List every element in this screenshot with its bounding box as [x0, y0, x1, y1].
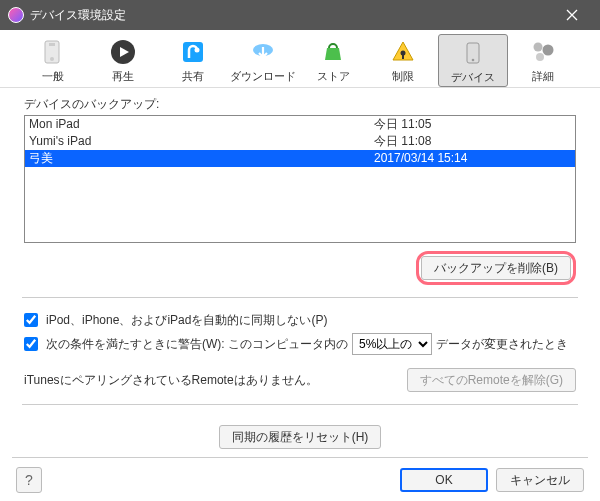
- window-title: デバイス環境設定: [30, 7, 552, 24]
- svg-rect-1: [49, 43, 55, 46]
- tab-general[interactable]: 一般: [18, 34, 88, 87]
- svg-point-6: [195, 48, 200, 53]
- separator: [22, 404, 578, 405]
- delete-backup-button[interactable]: バックアップを削除(B): [421, 256, 571, 280]
- delete-backup-highlight: バックアップを削除(B): [416, 251, 576, 285]
- footer-separator: [12, 457, 588, 458]
- svg-point-13: [534, 43, 543, 52]
- play-icon: [107, 36, 139, 68]
- remote-status-text: iTunesにペアリングされているRemoteはありません。: [24, 372, 318, 389]
- prevent-sync-row: iPod、iPhone、およびiPadを自動的に同期しない(P): [24, 308, 576, 332]
- backups-header: デバイスのバックアップ:: [24, 96, 576, 113]
- itunes-icon: [8, 7, 24, 23]
- warn-prefix-label: 次の条件を満たすときに警告(W): このコンピュータ内の: [46, 336, 348, 353]
- svg-point-14: [543, 45, 554, 56]
- tab-advanced[interactable]: 詳細: [508, 34, 578, 87]
- tab-sharing[interactable]: 共有: [158, 34, 228, 87]
- download-icon: [247, 36, 279, 68]
- svg-point-15: [536, 53, 544, 61]
- prevent-sync-label: iPod、iPhone、およびiPadを自動的に同期しない(P): [46, 312, 327, 329]
- titlebar: デバイス環境設定: [0, 0, 600, 30]
- store-icon: [317, 36, 349, 68]
- list-item[interactable]: Mon iPad 今日 11:05: [25, 116, 575, 133]
- svg-point-2: [50, 57, 54, 61]
- share-icon: [177, 36, 209, 68]
- list-item[interactable]: Yumi's iPad 今日 11:08: [25, 133, 575, 150]
- svg-point-12: [472, 59, 475, 62]
- warn-row: 次の条件を満たすときに警告(W): このコンピュータ内の 5%以上の データが変…: [24, 332, 576, 356]
- warn-suffix-label: データが変更されたとき: [436, 336, 568, 353]
- list-item[interactable]: 弓美 2017/03/14 15:14: [25, 150, 575, 167]
- tab-playback[interactable]: 再生: [88, 34, 158, 87]
- close-button[interactable]: [552, 0, 592, 30]
- tab-devices[interactable]: デバイス: [438, 34, 508, 87]
- warn-threshold-select[interactable]: 5%以上の: [352, 333, 432, 355]
- svg-rect-10: [402, 55, 404, 59]
- backups-list[interactable]: Mon iPad 今日 11:05 Yumi's iPad 今日 11:08 弓…: [24, 115, 576, 243]
- reset-sync-history-button[interactable]: 同期の履歴をリセット(H): [219, 425, 382, 449]
- svg-point-9: [401, 51, 406, 56]
- unpair-remotes-button: すべてのRemoteを解除(G): [407, 368, 576, 392]
- cancel-button[interactable]: キャンセル: [496, 468, 584, 492]
- tab-downloads[interactable]: ダウンロード: [228, 34, 298, 87]
- devices-icon: [457, 37, 489, 69]
- ok-button[interactable]: OK: [400, 468, 488, 492]
- prevent-sync-checkbox[interactable]: [24, 313, 38, 327]
- restrictions-icon: [387, 36, 419, 68]
- dialog-footer: ? OK キャンセル: [0, 467, 600, 493]
- warn-checkbox[interactable]: [24, 337, 38, 351]
- advanced-icon: [527, 36, 559, 68]
- tab-store[interactable]: ストア: [298, 34, 368, 87]
- preferences-toolbar: 一般 再生 共有 ダウンロード ストア 制限 デバイス: [0, 30, 600, 88]
- tab-restrictions[interactable]: 制限: [368, 34, 438, 87]
- help-button[interactable]: ?: [16, 467, 42, 493]
- separator: [22, 297, 578, 298]
- general-icon: [37, 36, 69, 68]
